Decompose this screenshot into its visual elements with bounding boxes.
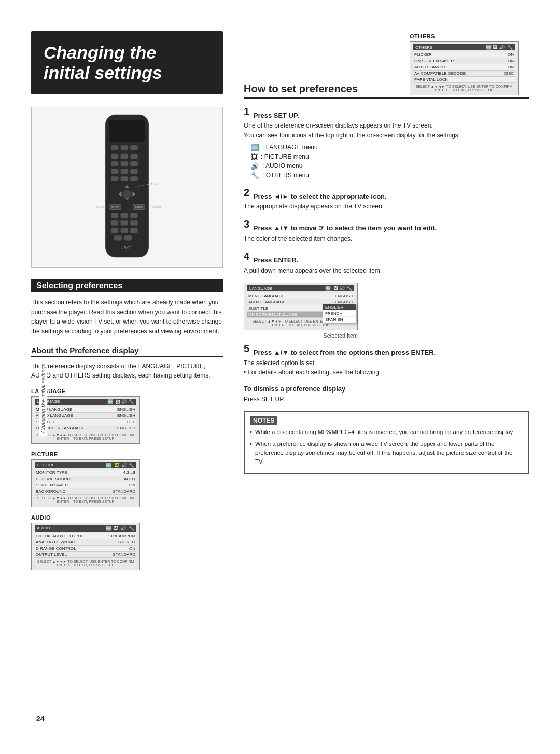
picture-top-bar: PICTURE 🔤 🖼 🔊 🔧 bbox=[35, 462, 136, 468]
step-3-body: The color of the selected item changes. bbox=[244, 234, 529, 244]
sidebar-label: Changing the initial settings bbox=[39, 360, 47, 437]
others-row-2: ON SCREEN SAVERON bbox=[413, 58, 515, 64]
svg-rect-30 bbox=[111, 220, 119, 225]
preference-heading: About the Preference display bbox=[31, 346, 223, 357]
dropdown-top-bar: LANGUAGE 🔤 🖼 🔊 🔧 bbox=[247, 285, 354, 291]
remote-image: SET UP ENTER JV bbox=[31, 107, 223, 268]
audio-label: AUDIO bbox=[31, 514, 223, 521]
dropdown-popup: ENGLISH FRENCH SPANISH bbox=[323, 304, 356, 323]
svg-rect-6 bbox=[111, 154, 119, 159]
step-3: 3 Press ▲/▼ to move ☞ to select the item… bbox=[244, 218, 529, 243]
preference-body: The Preference display consists of the L… bbox=[31, 361, 223, 381]
svg-rect-1 bbox=[109, 120, 145, 142]
dropdown-screen-box: LANGUAGE 🔤 🖼 🔊 🔧 MENU LANGUAGEENGLISH AU… bbox=[244, 283, 358, 330]
language-screen-box: LANGUAGE 🔤 🖼 🔊 🔧 MENU LANGUAGEENGLISH AU… bbox=[31, 396, 140, 444]
picture-label: PICTURE bbox=[31, 451, 223, 457]
notes-title: NOTES bbox=[250, 416, 277, 425]
svg-rect-8 bbox=[130, 154, 138, 159]
svg-rect-33 bbox=[111, 228, 119, 233]
main-two-col: Changing the initial settings Changing t… bbox=[31, 31, 529, 699]
step-4-body: A pull-down menu appears over the select… bbox=[244, 266, 529, 276]
svg-text:▲/▼/◄/►: ▲/▼/◄/► bbox=[147, 182, 160, 185]
svg-text:ENTER: ENTER bbox=[152, 206, 161, 209]
audio-top-bar: AUDIO 🔤 🖼 🔊 🔧 bbox=[35, 525, 136, 532]
others-screen-top: OTHERS OTHERS 🔤 🖼 🔊 🔧 FLICKERON ON SCREE… bbox=[410, 26, 529, 97]
svg-rect-31 bbox=[121, 220, 129, 225]
others-label-top: OTHERS bbox=[410, 33, 529, 39]
icon-language: 🔤 : LANGUAGE menu bbox=[251, 144, 529, 151]
svg-point-22 bbox=[123, 190, 132, 199]
svg-rect-13 bbox=[121, 169, 129, 174]
step-2-title: Press ◄/► to select the appropriate icon… bbox=[254, 192, 387, 200]
popup-english: ENGLISH bbox=[323, 304, 356, 311]
selecting-heading: Selecting preferences bbox=[31, 279, 223, 292]
svg-rect-9 bbox=[111, 161, 119, 166]
icon-picture: 🖼 : PICTURE menu bbox=[251, 153, 529, 161]
title-block: Changing the initial settings bbox=[31, 31, 223, 94]
step-4: 4 Press ENTER. A pull-down menu appears … bbox=[244, 250, 529, 275]
others-row-3: AUTO STANDBYON bbox=[413, 64, 515, 71]
step-2-body: The appropriate display appears on the T… bbox=[244, 202, 529, 212]
svg-rect-11 bbox=[130, 161, 138, 166]
svg-rect-28 bbox=[121, 213, 129, 218]
step-5: 5 Press ▲/▼ to select from the options t… bbox=[244, 343, 529, 378]
svg-text:JVC: JVC bbox=[122, 245, 132, 250]
language-footer: SELECT ▲▼◄► TO SELECT, USE ENTER TO CONF… bbox=[35, 433, 136, 440]
picture-screen-box: PICTURE 🔤 🖼 🔊 🔧 MONITOR TYPE4:3 LB PICTU… bbox=[31, 459, 140, 507]
step-5-body: The selected option is set. • For detail… bbox=[244, 358, 529, 378]
others-row-4: AV COMPATIBLE DECODEDISC bbox=[413, 71, 515, 77]
remote-svg: SET UP ENTER JV bbox=[86, 112, 169, 262]
svg-text:ENTER: ENTER bbox=[135, 206, 143, 209]
icon-others: 🔧 : OTHERS menu bbox=[251, 172, 529, 179]
step-5-title: Press ▲/▼ to select from the options the… bbox=[254, 349, 436, 357]
notes-item-2: When a preference display is shown on a … bbox=[250, 440, 523, 467]
svg-rect-3 bbox=[121, 145, 129, 150]
picture-footer: SELECT ▲▼◄► TO SELECT, USE ENTER TO CONF… bbox=[35, 496, 136, 504]
popup-french: FRENCH bbox=[323, 311, 356, 317]
svg-rect-36 bbox=[114, 235, 122, 240]
step-4-title: Press ENTER. bbox=[254, 257, 299, 264]
dismiss-body: Press SET UP. bbox=[244, 395, 529, 404]
others-top-bar: OTHERS 🔤 🖼 🔊 🔧 bbox=[413, 44, 515, 50]
svg-rect-16 bbox=[121, 176, 129, 181]
step-1: 1 Press SET UP. One of the preference on… bbox=[244, 106, 529, 179]
language-top-bar: LANGUAGE 🔤 🖼 🔊 🔧 bbox=[35, 399, 136, 405]
svg-rect-17 bbox=[130, 176, 138, 181]
language-label: LANGUAGE bbox=[31, 388, 223, 394]
icon-list: 🔤 : LANGUAGE menu 🖼 : PICTURE menu 🔊 : A… bbox=[251, 144, 529, 179]
svg-rect-14 bbox=[130, 169, 138, 174]
svg-rect-27 bbox=[111, 213, 119, 218]
svg-rect-12 bbox=[111, 169, 119, 174]
selected-item-label: Selected item bbox=[244, 332, 358, 339]
dismiss-section: To dismiss a preference display Press SE… bbox=[244, 385, 529, 404]
popup-spanish: SPANISH bbox=[323, 317, 356, 323]
step-3-title: Press ▲/▼ to move ☞ to select the item y… bbox=[254, 225, 437, 232]
notes-item-1: While a disc containing MP3/MPEG-4 files… bbox=[250, 428, 523, 437]
icon-audio: 🔊 : AUDIO menu bbox=[251, 162, 529, 170]
title-line1: Changing the initial settings bbox=[44, 43, 211, 83]
step-2: 2 Press ◄/► to select the appropriate ic… bbox=[244, 187, 529, 212]
others-row-1: FLICKERON bbox=[413, 52, 515, 58]
selecting-body: This section refers to the settings whic… bbox=[31, 298, 223, 336]
svg-rect-2 bbox=[111, 145, 119, 150]
svg-text:SET UP: SET UP bbox=[96, 206, 106, 209]
audio-footer: SELECT ▲▼◄► TO SELECT, USE ENTER TO CONF… bbox=[35, 560, 136, 567]
svg-rect-29 bbox=[130, 213, 138, 218]
svg-rect-32 bbox=[130, 220, 138, 225]
audio-screen-box: AUDIO 🔤 🖼 🔊 🔧 DIGITAL AUDIO OUTPUTSTREAM… bbox=[31, 523, 140, 570]
step-1-title: Press SET UP. bbox=[254, 111, 299, 119]
svg-rect-15 bbox=[111, 176, 119, 181]
svg-rect-4 bbox=[130, 145, 138, 150]
page-container: OTHERS OTHERS 🔤 🖼 🔊 🔧 FLICKERON ON SCREE… bbox=[0, 0, 560, 754]
notes-box: NOTES While a disc containing MP3/MPEG-4… bbox=[244, 411, 529, 474]
step-1-body: One of the preference on-screen displays… bbox=[244, 121, 529, 140]
svg-rect-10 bbox=[121, 161, 129, 166]
left-column: Changing the initial settings Changing t… bbox=[31, 31, 223, 699]
svg-rect-34 bbox=[121, 228, 129, 233]
svg-text:SET UP: SET UP bbox=[111, 206, 119, 209]
dropdown-screen-container: LANGUAGE 🔤 🖼 🔊 🔧 MENU LANGUAGEENGLISH AU… bbox=[244, 283, 363, 339]
others-screen-box: OTHERS 🔤 🖼 🔊 🔧 FLICKERON ON SCREEN SAVER… bbox=[410, 41, 519, 95]
svg-rect-37 bbox=[124, 235, 132, 240]
right-column: How to set preferences 1 Press SET UP. O… bbox=[244, 31, 529, 699]
svg-rect-35 bbox=[130, 228, 138, 233]
